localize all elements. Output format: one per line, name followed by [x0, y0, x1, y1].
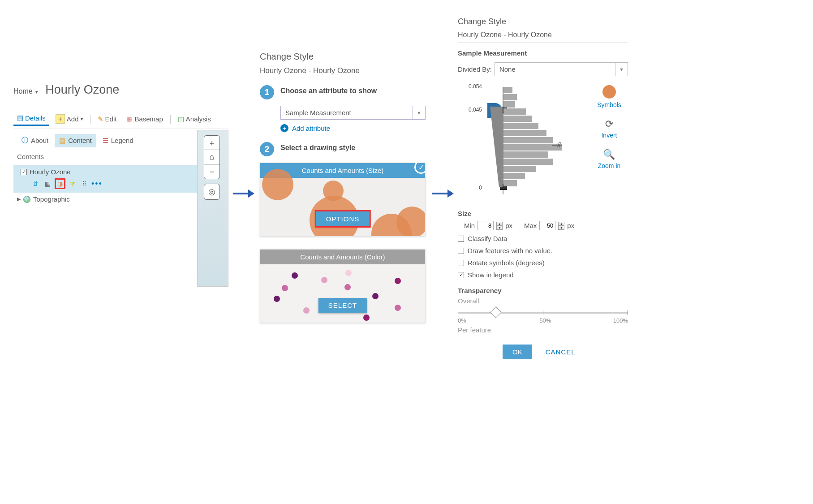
- slider-label-100: 100%: [613, 317, 628, 324]
- zoom-in-button[interactable]: 🔍Zoom in: [598, 149, 621, 169]
- subtabs: ⓘAbout ▤Content ☰Legend ◀: [13, 129, 228, 150]
- style-card-header: Counts and Amounts (Color): [260, 250, 425, 264]
- add-icon: ＋: [56, 114, 65, 124]
- separator: [170, 115, 171, 124]
- slider-thumb[interactable]: [490, 306, 501, 318]
- zoom-in-button[interactable]: ＋: [204, 136, 219, 150]
- change-style-panel: Change Style Hourly Ozone - Hourly Ozone…: [260, 52, 426, 336]
- style-card-counts-size[interactable]: ✓ Counts and Amounts (Size) OPTIONS: [260, 163, 426, 237]
- slider-label-0: 0%: [458, 317, 466, 324]
- show-legend-checkbox[interactable]: [458, 272, 464, 278]
- add-button[interactable]: ＋Add▾: [52, 112, 86, 125]
- style-card-preview: SELECT: [260, 264, 425, 323]
- change-style-icon[interactable]: ◑: [55, 178, 65, 189]
- content-icon: ▤: [59, 137, 65, 145]
- layer-visibility-checkbox[interactable]: [21, 169, 27, 175]
- layer-label: Hourly Ozone: [30, 168, 71, 176]
- transparency-slider[interactable]: 0% 50% 100%: [458, 308, 628, 323]
- flow-arrow-icon: [432, 190, 455, 198]
- cancel-button[interactable]: CANCEL: [546, 348, 576, 356]
- map-viewer-panel: Home ▾ Hourly Ozone ▤Details ＋Add▾ ✎Edit…: [13, 83, 228, 206]
- histogram-actions: Symbols ⟳Invert 🔍Zoom in: [591, 85, 627, 169]
- basemap-icon: ▦: [126, 115, 133, 123]
- contents-header: Contents: [13, 150, 228, 165]
- size-heading: Size: [458, 210, 628, 217]
- min-size-stepper[interactable]: ▲▼: [496, 222, 503, 230]
- select-button[interactable]: SELECT: [318, 298, 367, 313]
- zoom-control: ＋ ⌂ －: [204, 135, 220, 179]
- divider: [458, 43, 628, 43]
- show-legend-label: Show in legend: [468, 271, 514, 279]
- flow-arrow-icon: [233, 190, 255, 198]
- px-label: px: [567, 222, 574, 229]
- show-table-icon[interactable]: ▦: [43, 179, 52, 188]
- add-attribute-label: Add attribute: [292, 125, 330, 132]
- more-options-icon[interactable]: •••: [91, 179, 103, 189]
- page-title: Hourly Ozone: [45, 83, 119, 97]
- style-card-preview: OPTIONS: [260, 178, 425, 236]
- histogram-tick-upper: 0.045: [464, 107, 482, 113]
- attribute-name: Sample Measurement: [458, 49, 628, 57]
- max-size-stepper[interactable]: ▲▼: [558, 222, 564, 230]
- histogram[interactable]: 0.054 0.045 0 x̄: [485, 82, 574, 199]
- panel-subtitle: Hourly Ozone - Hourly Ozone: [458, 31, 628, 39]
- invert-button[interactable]: ⟳Invert: [601, 118, 617, 139]
- max-label: Max: [524, 222, 537, 229]
- step-2-badge: 2: [260, 142, 274, 156]
- classify-checkbox[interactable]: [458, 236, 464, 242]
- no-value-checkbox[interactable]: [458, 248, 464, 254]
- min-size-input[interactable]: [477, 221, 494, 230]
- basemap-globe-icon: [23, 196, 30, 203]
- panel-title: Change Style: [260, 52, 426, 62]
- show-legend-icon[interactable]: ⇵: [31, 179, 40, 188]
- attribute-select-value: Sample Measurement: [280, 106, 413, 120]
- options-button[interactable]: OPTIONS: [316, 211, 370, 226]
- analysis-icon: ◫: [178, 115, 184, 123]
- max-size-input[interactable]: [539, 221, 555, 230]
- panel-subtitle: Hourly Ozone - Hourly Ozone: [260, 66, 426, 75]
- chevron-down-icon[interactable]: ▼: [615, 62, 628, 76]
- home-link[interactable]: Home ▾: [13, 87, 38, 95]
- analysis-button[interactable]: ◫Analysis: [174, 113, 215, 125]
- panel-title: Change Style: [458, 17, 628, 26]
- style-card-counts-color[interactable]: Counts and Amounts (Color) SELECT: [260, 249, 426, 323]
- chevron-down-icon[interactable]: ▼: [413, 106, 426, 120]
- chevron-down-icon: ▾: [35, 89, 38, 95]
- basemap-button[interactable]: ▦Basemap: [123, 113, 166, 125]
- invert-icon: ⟳: [601, 118, 617, 130]
- layer-item-hourly-ozone[interactable]: Hourly Ozone ⇵ ▦ ◑ ⧩ ⠿ •••: [13, 165, 228, 193]
- attribute-select[interactable]: Sample Measurement ▼: [280, 106, 426, 120]
- step-1-label: Choose an attribute to show: [280, 85, 377, 95]
- divided-by-select[interactable]: None ▼: [495, 62, 628, 76]
- rotate-label: Rotate symbols (degrees): [468, 259, 545, 267]
- px-label: px: [505, 222, 512, 229]
- home-extent-button[interactable]: ⌂: [204, 150, 219, 164]
- ok-button[interactable]: OK: [503, 345, 532, 359]
- locate-button[interactable]: ◎: [204, 184, 220, 200]
- svg-marker-0: [490, 107, 503, 187]
- separator: [90, 115, 90, 124]
- tab-content[interactable]: ▤Content: [55, 134, 96, 147]
- symbol-circle-icon: [602, 85, 616, 99]
- step-2-label: Select a drawing style: [280, 142, 355, 152]
- zoom-out-button[interactable]: －: [204, 164, 219, 179]
- overall-label: Overall: [458, 297, 628, 305]
- symbols-button[interactable]: Symbols: [597, 85, 621, 108]
- mean-line: [552, 145, 562, 146]
- filter-icon[interactable]: ⧩: [68, 179, 77, 188]
- step-1-badge: 1: [260, 85, 274, 99]
- rotate-checkbox[interactable]: [458, 260, 464, 266]
- add-attribute-button[interactable]: + Add attribute: [280, 124, 426, 132]
- histogram-tick-lower: 0: [464, 185, 482, 191]
- tab-legend[interactable]: ☰Legend: [98, 134, 138, 147]
- per-feature-label: Per feature: [458, 326, 628, 334]
- tab-about[interactable]: ⓘAbout: [17, 134, 53, 147]
- layer-item-topographic[interactable]: ▶ Topographic: [13, 193, 228, 206]
- edit-button[interactable]: ✎Edit: [94, 113, 120, 125]
- toolbar: ▤Details ＋Add▾ ✎Edit ▦Basemap ◫Analysis: [13, 109, 228, 129]
- cluster-icon[interactable]: ⠿: [80, 179, 89, 188]
- expand-icon[interactable]: ▶: [17, 196, 21, 202]
- details-button[interactable]: ▤Details: [13, 112, 49, 126]
- pencil-icon: ✎: [98, 115, 103, 123]
- classify-label: Classify Data: [468, 235, 507, 242]
